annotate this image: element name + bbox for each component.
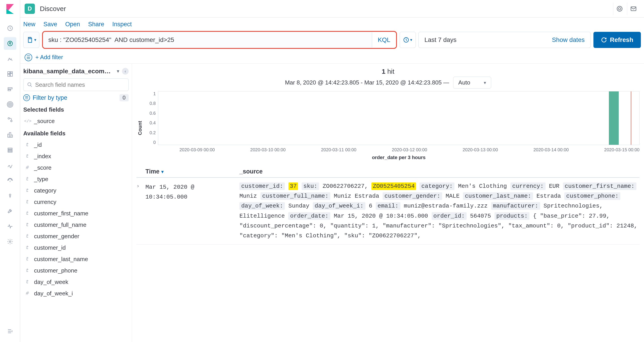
source-value: Men's Clothing: [458, 183, 507, 190]
field-item[interactable]: tcustomer_phone: [23, 265, 129, 276]
field-item[interactable]: tcustomer_full_name: [23, 219, 129, 231]
field-item[interactable]: t_index: [23, 151, 129, 162]
field-type-icon: t: [24, 256, 30, 262]
field-type-icon: #: [24, 165, 30, 170]
x-axis-ticks: 2020-03-09 00:002020-03-10 00:002020-03-…: [158, 145, 640, 152]
nav-maps-icon[interactable]: [4, 98, 16, 111]
svg-point-12: [10, 120, 12, 122]
histogram-chart[interactable]: Count 10.80.60.40.20 2020-03-09 00:00202…: [136, 91, 640, 165]
app-chip: D: [24, 4, 35, 14]
field-item[interactable]: tcurrency: [23, 196, 129, 208]
plot-area[interactable]: [158, 91, 640, 145]
field-item[interactable]: tcustomer_last_name: [23, 253, 129, 265]
expand-row-button[interactable]: ›: [136, 181, 146, 241]
field-name: _index: [34, 153, 51, 160]
nav-recent-icon[interactable]: [4, 22, 16, 35]
svg-point-11: [8, 118, 10, 119]
field-type-icon: #: [24, 291, 30, 296]
menu-open[interactable]: Open: [65, 21, 80, 28]
svg-point-9: [8, 103, 12, 106]
interval-select[interactable]: Auto ▾: [453, 77, 491, 89]
nav-uptime-icon[interactable]: [4, 174, 16, 187]
source-value: ZO0622706227,: [323, 183, 372, 190]
field-name: customer_first_name: [34, 210, 88, 217]
nav-canvas-icon[interactable]: [4, 83, 16, 95]
filter-icon: ☰: [23, 94, 30, 101]
menu-inspect[interactable]: Inspect: [112, 21, 132, 28]
svg-rect-15: [11, 135, 12, 137]
close-icon[interactable]: ‹: [122, 68, 129, 75]
field-item[interactable]: tcustomer_id: [23, 242, 129, 253]
saved-queries-button[interactable]: ▾: [23, 32, 40, 48]
svg-rect-14: [8, 134, 9, 137]
nav-collapse-icon[interactable]: [4, 325, 16, 337]
refresh-button[interactable]: Refresh: [594, 32, 641, 48]
column-source[interactable]: _source: [240, 168, 640, 175]
page-title: Discover: [40, 5, 66, 13]
field-search-input[interactable]: [35, 81, 125, 88]
field-item[interactable]: </>_source: [23, 115, 129, 127]
svg-point-19: [9, 194, 11, 196]
field-type-icon: t: [24, 222, 30, 228]
query-bar-highlight: KQL: [42, 31, 397, 49]
kql-button[interactable]: KQL: [372, 32, 396, 48]
source-value: Muniz Estrada: [334, 193, 379, 200]
kibana-logo-icon[interactable]: [5, 4, 15, 14]
column-time[interactable]: Time ▾: [146, 168, 240, 175]
filter-by-type-button[interactable]: ☰ Filter by type: [23, 94, 67, 101]
field-item[interactable]: t_type: [23, 174, 129, 185]
mail-icon[interactable]: [627, 3, 640, 15]
nav-visualize-icon[interactable]: [4, 52, 16, 65]
time-quick-button[interactable]: ▾: [400, 32, 416, 48]
nav-devtools-icon[interactable]: [4, 205, 16, 217]
svg-rect-16: [8, 148, 12, 149]
field-search[interactable]: [23, 78, 129, 91]
newsfeed-icon[interactable]: [613, 3, 626, 15]
menu-share[interactable]: Share: [88, 21, 104, 28]
row-time-value: Mar 15, 2020 @ 10:34:05.000: [146, 181, 240, 241]
nav-siem-icon[interactable]: [4, 190, 16, 202]
nav-ml-icon[interactable]: [4, 113, 16, 126]
source-value: Sunday: [288, 203, 310, 209]
field-item[interactable]: tcustomer_gender: [23, 231, 129, 242]
index-pattern-name[interactable]: kibana_sample_data_ecom…: [23, 68, 114, 75]
histogram-bar[interactable]: [609, 91, 619, 145]
source-value: Mar 15, 2020 @ 10:34:05.000: [334, 213, 428, 219]
nav-logs-icon[interactable]: [4, 144, 16, 156]
nav-discover-icon[interactable]: [4, 37, 16, 50]
source-value: Estrada: [536, 193, 561, 200]
source-key: currency:: [510, 183, 545, 190]
table-header: Time ▾ _source: [136, 166, 640, 178]
filter-toggle-icon[interactable]: ☰: [24, 54, 32, 61]
nav-dashboard-icon[interactable]: [4, 68, 16, 80]
field-item[interactable]: t_id: [23, 139, 129, 151]
show-dates-link[interactable]: Show dates: [552, 36, 584, 44]
field-type-icon: </>: [24, 119, 30, 123]
field-item[interactable]: tday_of_week: [23, 276, 129, 288]
svg-point-22: [617, 6, 622, 11]
nav-monitoring-icon[interactable]: [4, 220, 16, 233]
field-name: _source: [34, 118, 55, 125]
field-item[interactable]: #day_of_week_i: [23, 288, 129, 299]
date-range-picker[interactable]: Last 7 days Show dates: [418, 32, 591, 48]
add-filter-link[interactable]: + Add filter: [35, 54, 63, 61]
sort-desc-icon[interactable]: ▾: [161, 169, 164, 174]
nav-management-icon[interactable]: [4, 235, 16, 248]
chevron-down-icon[interactable]: ▾: [117, 68, 119, 74]
y-axis-ticks: 10.80.60.40.20: [144, 91, 158, 145]
menu-new[interactable]: New: [23, 21, 35, 28]
field-name: customer_gender: [34, 233, 79, 240]
nav-apm-icon[interactable]: [4, 159, 16, 172]
source-value: muniz@estrada-family.zzz: [404, 203, 488, 209]
field-item[interactable]: tcustomer_first_name: [23, 208, 129, 219]
field-type-icon: t: [24, 211, 30, 216]
menu-save[interactable]: Save: [44, 21, 57, 28]
query-input[interactable]: [43, 32, 372, 48]
chevron-down-icon: ▾: [484, 80, 486, 85]
nav-metrics-icon[interactable]: [4, 129, 16, 141]
source-key: day_of_week:: [240, 202, 285, 210]
field-item[interactable]: #_score: [23, 162, 129, 174]
source-key: customer_phone:: [564, 192, 620, 200]
field-item[interactable]: tcategory: [23, 185, 129, 196]
field-name: category: [34, 187, 56, 194]
